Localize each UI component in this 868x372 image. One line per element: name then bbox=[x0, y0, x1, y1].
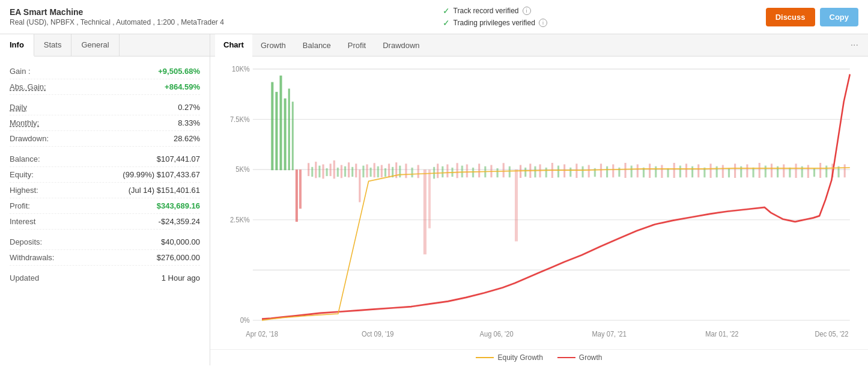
right-panel: Chart Growth Balance Profit Drawdown ···… bbox=[210, 34, 868, 365]
verified-text-1: Track record verified bbox=[454, 7, 519, 15]
tab-growth[interactable]: Growth bbox=[252, 35, 294, 56]
svg-rect-59 bbox=[446, 164, 448, 177]
svg-rect-58 bbox=[442, 166, 443, 177]
svg-rect-105 bbox=[716, 166, 718, 177]
svg-text:Mar 01, '22: Mar 01, '22 bbox=[705, 331, 738, 338]
svg-rect-50 bbox=[399, 166, 401, 178]
svg-rect-94 bbox=[649, 163, 651, 178]
value-abs-gain: +864.59% bbox=[165, 82, 200, 91]
legend-equity: Equity Growth bbox=[476, 353, 542, 362]
main-container: Info Stats General Gain : +9,505.68% Abs… bbox=[0, 34, 868, 365]
svg-rect-25 bbox=[308, 163, 309, 176]
info-row-highest: Highest: (Jul 14) $151,401.61 bbox=[10, 183, 200, 198]
svg-rect-100 bbox=[685, 163, 687, 177]
info-row-drawdown: Drawdown: 28.62% bbox=[10, 131, 200, 147]
label-highest: Highest: bbox=[10, 186, 38, 195]
header: EA Smart Machine Real (USD), NPBFX , Tec… bbox=[0, 0, 868, 34]
svg-rect-45 bbox=[381, 165, 383, 178]
svg-rect-81 bbox=[569, 168, 571, 177]
svg-rect-44 bbox=[377, 166, 379, 177]
svg-rect-122 bbox=[819, 163, 821, 178]
svg-rect-28 bbox=[318, 166, 320, 178]
tab-profit[interactable]: Profit bbox=[339, 35, 374, 56]
svg-rect-117 bbox=[789, 168, 791, 177]
svg-rect-116 bbox=[783, 164, 785, 177]
svg-rect-64 bbox=[472, 168, 474, 177]
svg-rect-102 bbox=[697, 164, 699, 177]
verified-text-2: Trading privileges verified bbox=[454, 19, 535, 27]
svg-rect-33 bbox=[337, 168, 339, 177]
svg-rect-61 bbox=[457, 163, 458, 178]
tab-info[interactable]: Info bbox=[0, 34, 34, 56]
chart-tab-bar: Chart Growth Balance Profit Drawdown ··· bbox=[210, 34, 868, 56]
label-abs-gain[interactable]: Abs. Gain: bbox=[10, 82, 46, 91]
chart-area: 10K% 7.5K% 5K% 2.5K% 0% Apr 02, '18 Oct … bbox=[210, 56, 868, 349]
legend-line-equity bbox=[476, 357, 494, 358]
svg-rect-87 bbox=[606, 166, 608, 177]
svg-text:Oct 09, '19: Oct 09, '19 bbox=[362, 331, 394, 338]
value-daily: 0.27% bbox=[178, 103, 200, 112]
svg-rect-34 bbox=[341, 165, 342, 178]
svg-rect-31 bbox=[330, 163, 332, 176]
svg-text:7.5K%: 7.5K% bbox=[230, 115, 250, 123]
value-balance: $107,441.07 bbox=[157, 154, 200, 163]
legend-growth-label: Growth bbox=[579, 353, 602, 362]
verification-info: ✓ Track record verified i ✓ Trading priv… bbox=[443, 6, 547, 28]
svg-rect-104 bbox=[710, 163, 712, 178]
tab-chart[interactable]: Chart bbox=[215, 34, 252, 56]
svg-rect-35 bbox=[344, 166, 346, 177]
svg-rect-123 bbox=[825, 166, 827, 178]
value-highest: (Jul 14) $151,401.61 bbox=[129, 186, 200, 195]
tab-balance[interactable]: Balance bbox=[294, 35, 339, 56]
copy-button[interactable]: Copy bbox=[820, 8, 859, 26]
svg-rect-106 bbox=[722, 165, 724, 178]
label-daily[interactable]: Daily bbox=[10, 103, 27, 112]
tab-stats[interactable]: Stats bbox=[34, 34, 72, 56]
svg-text:May 07, '21: May 07, '21 bbox=[592, 331, 627, 338]
label-balance: Balance: bbox=[10, 154, 40, 163]
svg-rect-110 bbox=[746, 164, 748, 177]
svg-rect-121 bbox=[813, 168, 815, 177]
svg-rect-70 bbox=[509, 166, 511, 177]
svg-rect-21 bbox=[288, 88, 290, 170]
svg-rect-57 bbox=[437, 163, 439, 178]
svg-rect-73 bbox=[524, 168, 526, 177]
svg-rect-24 bbox=[299, 169, 302, 209]
svg-rect-69 bbox=[503, 163, 505, 177]
svg-rect-96 bbox=[661, 165, 663, 178]
svg-rect-101 bbox=[691, 166, 693, 177]
tab-drawdown[interactable]: Drawdown bbox=[374, 35, 428, 56]
svg-rect-112 bbox=[759, 163, 760, 178]
value-withdrawals: $276,000.00 bbox=[157, 253, 200, 262]
svg-text:Apr 02, '18: Apr 02, '18 bbox=[246, 331, 278, 338]
svg-rect-84 bbox=[588, 165, 590, 178]
svg-rect-43 bbox=[374, 163, 375, 177]
info-icon-1[interactable]: i bbox=[523, 7, 531, 15]
legend-equity-label: Equity Growth bbox=[497, 353, 542, 362]
svg-text:Aug 06, '20: Aug 06, '20 bbox=[480, 331, 514, 338]
tab-general[interactable]: General bbox=[71, 34, 119, 56]
check-icon-1: ✓ bbox=[443, 6, 450, 16]
svg-rect-18 bbox=[275, 92, 278, 170]
info-row-equity: Equity: (99.99%) $107,433.67 bbox=[10, 167, 200, 183]
left-tab-bar: Info Stats General bbox=[0, 34, 210, 56]
value-deposits: $40,000.00 bbox=[161, 237, 200, 246]
svg-rect-40 bbox=[362, 166, 364, 178]
more-options-icon[interactable]: ··· bbox=[846, 35, 863, 55]
label-monthly[interactable]: Monthly: bbox=[10, 118, 39, 127]
svg-rect-92 bbox=[637, 164, 639, 177]
svg-text:2.5K%: 2.5K% bbox=[230, 216, 250, 224]
info-content: Gain : +9,505.68% Abs. Gain: +864.59% Da… bbox=[0, 56, 210, 293]
svg-rect-42 bbox=[370, 168, 372, 177]
label-equity: Equity: bbox=[10, 170, 34, 179]
svg-rect-91 bbox=[631, 166, 633, 178]
svg-rect-82 bbox=[575, 163, 577, 178]
account-title: EA Smart Machine bbox=[10, 7, 224, 17]
svg-rect-118 bbox=[795, 163, 797, 178]
discuss-button[interactable]: Discuss bbox=[766, 8, 815, 26]
info-icon-2[interactable]: i bbox=[539, 19, 547, 27]
svg-rect-108 bbox=[734, 163, 736, 178]
label-gain: Gain : bbox=[10, 67, 31, 76]
svg-rect-99 bbox=[679, 166, 681, 178]
svg-rect-83 bbox=[582, 166, 584, 177]
